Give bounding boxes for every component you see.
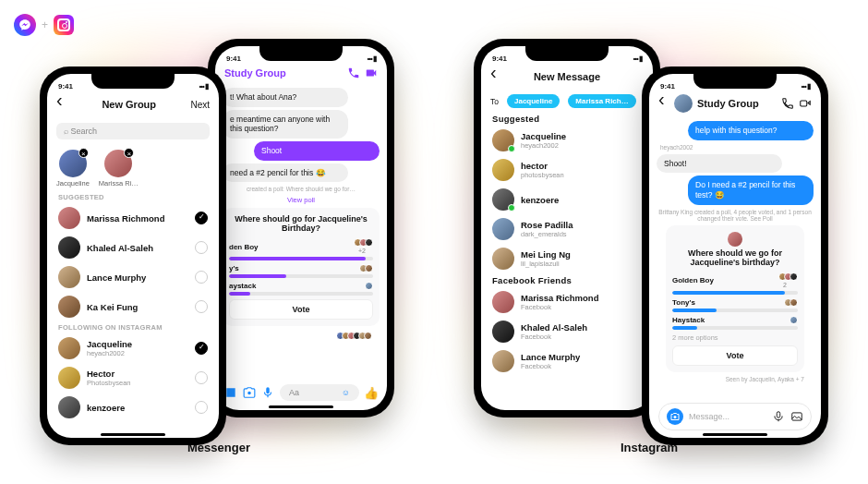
status-icons: ••• ▮ xyxy=(633,54,642,63)
vote-button[interactable]: Vote xyxy=(229,299,373,320)
sent-message[interactable]: help with this question? xyxy=(688,121,814,140)
status-icons: ••• ▮ xyxy=(367,54,376,63)
remove-icon[interactable]: × xyxy=(124,148,134,158)
poll-option-label: den Boy xyxy=(229,243,259,251)
incoming-message[interactable]: Shoot! xyxy=(657,154,782,174)
contact-row[interactable]: HectorPhotosbysean xyxy=(47,363,219,393)
remove-icon[interactable]: × xyxy=(78,148,89,158)
checkbox-icon[interactable] xyxy=(195,342,208,355)
checkbox-icon[interactable] xyxy=(195,300,208,313)
poll-option-label: Haystack xyxy=(672,316,705,324)
chat-title: Study Group xyxy=(697,98,759,109)
message-input-bar: Aa☺ xyxy=(215,381,387,405)
vote-button[interactable]: Vote xyxy=(672,345,798,366)
contact-row[interactable]: kenzoere xyxy=(481,185,653,214)
selected-chip[interactable]: ×Jacqueline xyxy=(56,150,90,188)
poll-option-label: Golden Boy xyxy=(672,276,714,284)
like-icon[interactable] xyxy=(365,386,378,399)
messenger-phone-pair: Messenger 9:41••• ▮ Study Group t! What … xyxy=(43,44,394,432)
camera-icon[interactable] xyxy=(667,408,683,425)
contact-row[interactable]: hectorphotosbysean xyxy=(481,155,653,185)
video-icon[interactable] xyxy=(799,97,812,110)
view-poll-link[interactable]: View poll xyxy=(223,196,380,204)
contact-row[interactable]: Mei Ling Nglil_lapislazuli xyxy=(481,244,653,273)
to-field[interactable]: To Jacqueline Marissa Rich… xyxy=(481,91,653,112)
plus-separator: + xyxy=(42,18,48,31)
messenger-logo xyxy=(14,14,36,36)
instagram-newmessage-phone: 9:41••• ▮ New Message To Jacqueline Mari… xyxy=(474,39,660,417)
poll-card[interactable]: Where should go for Jacqueline's Birthda… xyxy=(223,208,380,326)
contact-row[interactable]: Marissa Richmond xyxy=(47,203,219,233)
svg-point-2 xyxy=(674,416,677,418)
checkbox-icon[interactable] xyxy=(195,401,208,414)
poll-option-label: y's xyxy=(229,264,239,272)
contact-row[interactable]: Lance MurphyFacebook xyxy=(481,346,653,376)
poll-system-msg: Brittany King created a poll, 4 people v… xyxy=(657,209,814,222)
mic-icon[interactable] xyxy=(772,410,785,423)
section-header: Facebook Friends xyxy=(481,273,653,287)
contact-row[interactable]: Ka Kei Fung xyxy=(47,292,219,321)
page-title: New Group xyxy=(67,99,190,110)
contact-row[interactable]: Jacquelineheyach2002 xyxy=(481,126,653,155)
camera-icon[interactable] xyxy=(243,386,256,399)
seen-text: Seen by Jacquelin, Ayaka + 7 xyxy=(657,376,814,382)
read-receipts xyxy=(223,330,380,342)
poll-question: Where should go for Jacqueline's Birthda… xyxy=(229,214,373,233)
incoming-message[interactable]: t! What about Ana? xyxy=(223,88,348,107)
poll-card[interactable]: Where should we go for Jacqueline's birt… xyxy=(666,225,804,372)
video-icon[interactable] xyxy=(365,67,378,79)
svg-point-0 xyxy=(247,392,251,395)
contact-row[interactable]: Khaled Al-Saleh xyxy=(47,233,219,262)
contact-row[interactable]: kenzoere xyxy=(47,393,219,422)
instagram-chat-phone: 9:41••• ▮ Study Group help with this que… xyxy=(642,67,828,445)
avatar xyxy=(674,94,693,113)
back-button[interactable] xyxy=(490,72,501,82)
checkbox-icon[interactable] xyxy=(195,241,208,254)
contact-row[interactable]: Rose Padilladark_emeralds xyxy=(481,214,653,244)
status-icons: ••• ▮ xyxy=(801,82,810,91)
poll-option-label: aystack xyxy=(229,282,256,290)
section-header: Suggested xyxy=(481,112,653,126)
contact-row[interactable]: Lance Murphy xyxy=(47,262,219,292)
recipient-pill[interactable]: Jacqueline xyxy=(507,94,560,108)
sender-handle: heyach2002 xyxy=(660,144,814,151)
instagram-logo xyxy=(54,15,74,35)
call-icon[interactable] xyxy=(347,67,360,79)
call-icon[interactable] xyxy=(781,97,794,110)
back-button[interactable] xyxy=(56,100,67,110)
search-input[interactable]: ⌕ Search xyxy=(56,123,210,139)
message-input[interactable]: Aa☺ xyxy=(280,384,359,401)
sent-message[interactable]: Do I need a #2 pencil for this test? 😂 xyxy=(688,175,814,204)
checkbox-icon[interactable] xyxy=(195,212,208,224)
gallery-icon[interactable] xyxy=(790,410,803,423)
next-button[interactable]: Next xyxy=(190,100,210,110)
selected-chip[interactable]: ×Marissa Ri… xyxy=(99,150,139,188)
section-header: Suggested xyxy=(47,191,219,203)
svg-rect-4 xyxy=(792,413,802,420)
contact-row[interactable]: Khaled Al-SalehFacebook xyxy=(481,317,653,346)
section-header: Following on Instagram xyxy=(47,321,219,333)
incoming-message[interactable]: e meantime can anyone with this question… xyxy=(223,110,348,139)
contact-row[interactable]: Jacquelineheyach2002 xyxy=(47,333,219,363)
contact-row[interactable]: Marissa RichmondFacebook xyxy=(481,287,653,317)
status-icons: ••• ▮ xyxy=(199,82,208,91)
emoji-icon[interactable]: ☺ xyxy=(342,388,350,397)
poll-option-label: Tony's xyxy=(672,298,695,307)
incoming-message[interactable]: need a #2 pencil for this 😂 xyxy=(223,163,348,183)
poll-question: Where should we go for Jacqueline's birt… xyxy=(672,248,798,267)
poll-system-msg: created a poll: Where should we go for… xyxy=(223,186,380,192)
message-input[interactable]: Message... xyxy=(689,412,766,421)
checkbox-icon[interactable] xyxy=(195,371,208,384)
messenger-newgroup-phone: 9:41••• ▮ New Group Next ⌕ Search ×Jacqu… xyxy=(40,67,226,445)
message-input-bar: Message... xyxy=(658,403,812,430)
mic-icon[interactable] xyxy=(261,386,274,399)
more-options[interactable]: 2 more options xyxy=(672,333,798,342)
recipient-pill[interactable]: Marissa Rich… xyxy=(568,94,635,108)
checkbox-icon[interactable] xyxy=(195,271,208,284)
chat-title: Study Group xyxy=(224,67,286,79)
svg-rect-3 xyxy=(777,412,780,417)
gallery-icon[interactable] xyxy=(224,386,237,399)
status-time: 9:41 xyxy=(226,54,241,63)
sent-message[interactable]: Shoot xyxy=(254,141,380,161)
back-button[interactable] xyxy=(658,99,669,109)
